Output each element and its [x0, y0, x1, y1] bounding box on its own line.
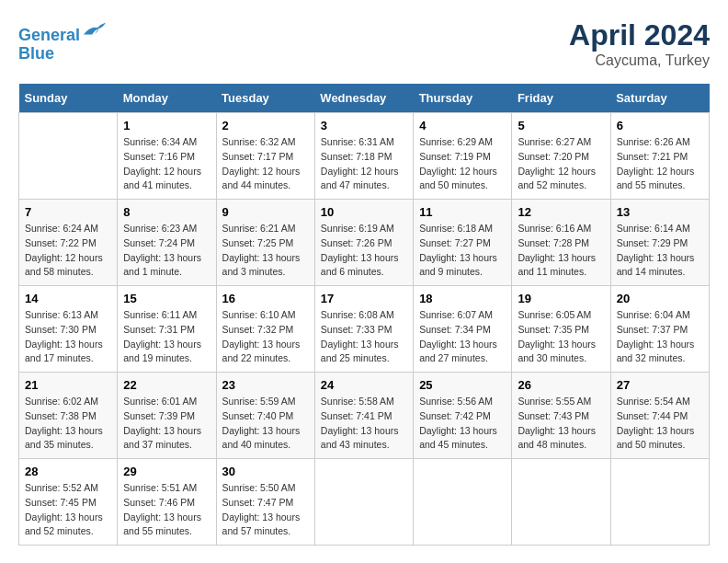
logo: General Blue: [18, 18, 108, 63]
day-info: Sunrise: 6:34 AMSunset: 7:16 PMDaylight:…: [123, 135, 210, 193]
day-number: 24: [321, 378, 407, 392]
day-number: 25: [419, 378, 506, 392]
day-number: 1: [123, 119, 210, 132]
day-number: 18: [419, 292, 506, 305]
day-number: 29: [123, 465, 210, 478]
day-number: 7: [25, 205, 111, 219]
page-subtitle: Caycuma, Turkey: [569, 52, 710, 69]
day-info: Sunrise: 5:55 AMSunset: 7:43 PMDaylight:…: [518, 395, 604, 453]
day-info: Sunrise: 6:07 AMSunset: 7:34 PMDaylight:…: [419, 308, 506, 366]
day-info: Sunrise: 5:54 AMSunset: 7:44 PMDaylight:…: [617, 395, 703, 453]
calendar-cell: 7Sunrise: 6:24 AMSunset: 7:22 PMDaylight…: [19, 200, 118, 286]
day-info: Sunrise: 6:08 AMSunset: 7:33 PMDaylight:…: [321, 308, 407, 366]
header-cell-tuesday: Tuesday: [216, 84, 314, 113]
header-cell-sunday: Sunday: [19, 84, 118, 113]
calendar-cell: 15Sunrise: 6:11 AMSunset: 7:31 PMDayligh…: [118, 286, 216, 373]
day-number: 26: [518, 378, 604, 392]
day-info: Sunrise: 6:16 AMSunset: 7:28 PMDaylight:…: [518, 222, 604, 280]
calendar-cell: 17Sunrise: 6:08 AMSunset: 7:33 PMDayligh…: [314, 286, 413, 373]
day-number: 23: [222, 378, 309, 392]
day-info: Sunrise: 6:26 AMSunset: 7:21 PMDaylight:…: [617, 135, 703, 193]
day-info: Sunrise: 6:29 AMSunset: 7:19 PMDaylight:…: [419, 135, 506, 193]
calendar-cell: 16Sunrise: 6:10 AMSunset: 7:32 PMDayligh…: [216, 286, 314, 373]
header-cell-wednesday: Wednesday: [314, 84, 413, 113]
day-info: Sunrise: 6:05 AMSunset: 7:35 PMDaylight:…: [518, 308, 604, 366]
calendar-cell: 8Sunrise: 6:23 AMSunset: 7:24 PMDaylight…: [118, 200, 216, 286]
calendar-cell: 14Sunrise: 6:13 AMSunset: 7:30 PMDayligh…: [19, 286, 118, 373]
calendar-cell: 26Sunrise: 5:55 AMSunset: 7:43 PMDayligh…: [512, 373, 610, 459]
day-number: 10: [321, 205, 407, 219]
day-number: 17: [321, 292, 407, 305]
header-cell-monday: Monday: [118, 84, 216, 113]
day-number: 11: [419, 205, 506, 219]
day-info: Sunrise: 6:24 AMSunset: 7:22 PMDaylight:…: [25, 222, 111, 280]
day-number: 21: [25, 378, 111, 392]
day-info: Sunrise: 5:51 AMSunset: 7:46 PMDaylight:…: [123, 481, 210, 539]
calendar-cell: 9Sunrise: 6:21 AMSunset: 7:25 PMDaylight…: [216, 200, 314, 286]
day-info: Sunrise: 5:58 AMSunset: 7:41 PMDaylight:…: [321, 395, 407, 453]
calendar-cell: 25Sunrise: 5:56 AMSunset: 7:42 PMDayligh…: [414, 373, 512, 459]
day-number: 27: [617, 378, 703, 392]
calendar-cell: 12Sunrise: 6:16 AMSunset: 7:28 PMDayligh…: [512, 200, 610, 286]
calendar-cell: 27Sunrise: 5:54 AMSunset: 7:44 PMDayligh…: [610, 373, 709, 459]
day-info: Sunrise: 5:52 AMSunset: 7:45 PMDaylight:…: [25, 481, 111, 539]
day-number: 19: [518, 292, 604, 305]
day-info: Sunrise: 5:50 AMSunset: 7:47 PMDaylight:…: [222, 481, 309, 539]
calendar-week-row: 21Sunrise: 6:02 AMSunset: 7:38 PMDayligh…: [19, 373, 710, 459]
day-info: Sunrise: 6:13 AMSunset: 7:30 PMDaylight:…: [25, 308, 111, 366]
calendar-cell: [610, 459, 709, 546]
calendar-cell: 2Sunrise: 6:32 AMSunset: 7:17 PMDaylight…: [216, 113, 314, 200]
calendar-cell: [314, 459, 413, 546]
day-number: 30: [222, 465, 309, 478]
calendar-cell: 11Sunrise: 6:18 AMSunset: 7:27 PMDayligh…: [414, 200, 512, 286]
day-number: 28: [25, 465, 111, 478]
day-number: 3: [321, 119, 407, 132]
calendar-cell: 5Sunrise: 6:27 AMSunset: 7:20 PMDaylight…: [512, 113, 610, 200]
day-number: 14: [25, 292, 111, 305]
calendar-cell: 19Sunrise: 6:05 AMSunset: 7:35 PMDayligh…: [512, 286, 610, 373]
page-title: April 2024: [569, 18, 710, 52]
day-number: 15: [123, 292, 210, 305]
day-number: 13: [617, 205, 703, 219]
day-number: 2: [222, 119, 309, 132]
calendar-week-row: 14Sunrise: 6:13 AMSunset: 7:30 PMDayligh…: [19, 286, 710, 373]
calendar-cell: [19, 113, 118, 200]
logo-text: General Blue: [18, 18, 108, 63]
calendar-cell: 6Sunrise: 6:26 AMSunset: 7:21 PMDaylight…: [610, 113, 709, 200]
day-info: Sunrise: 6:01 AMSunset: 7:39 PMDaylight:…: [123, 395, 210, 453]
calendar-cell: 22Sunrise: 6:01 AMSunset: 7:39 PMDayligh…: [118, 373, 216, 459]
calendar-header-row: SundayMondayTuesdayWednesdayThursdayFrid…: [19, 84, 710, 113]
calendar-cell: [512, 459, 610, 546]
calendar-week-row: 1Sunrise: 6:34 AMSunset: 7:16 PMDaylight…: [19, 113, 710, 200]
day-info: Sunrise: 6:27 AMSunset: 7:20 PMDaylight:…: [518, 135, 604, 193]
calendar-cell: 24Sunrise: 5:58 AMSunset: 7:41 PMDayligh…: [314, 373, 413, 459]
calendar-cell: 20Sunrise: 6:04 AMSunset: 7:37 PMDayligh…: [610, 286, 709, 373]
calendar-body: 1Sunrise: 6:34 AMSunset: 7:16 PMDaylight…: [19, 113, 710, 546]
header-cell-thursday: Thursday: [414, 84, 512, 113]
day-number: 4: [419, 119, 506, 132]
calendar-cell: 29Sunrise: 5:51 AMSunset: 7:46 PMDayligh…: [118, 459, 216, 546]
calendar-week-row: 28Sunrise: 5:52 AMSunset: 7:45 PMDayligh…: [19, 459, 710, 546]
calendar-table: SundayMondayTuesdayWednesdayThursdayFrid…: [18, 84, 710, 546]
day-number: 16: [222, 292, 309, 305]
day-number: 9: [222, 205, 309, 219]
calendar-cell: 30Sunrise: 5:50 AMSunset: 7:47 PMDayligh…: [216, 459, 314, 546]
page-header: General Blue April 2024 Caycuma, Turkey: [18, 18, 710, 69]
day-info: Sunrise: 6:11 AMSunset: 7:31 PMDaylight:…: [123, 308, 210, 366]
day-info: Sunrise: 6:04 AMSunset: 7:37 PMDaylight:…: [617, 308, 703, 366]
day-info: Sunrise: 6:32 AMSunset: 7:17 PMDaylight:…: [222, 135, 309, 193]
logo-bird-icon: [82, 18, 108, 40]
day-info: Sunrise: 6:02 AMSunset: 7:38 PMDaylight:…: [25, 395, 111, 453]
calendar-cell: [414, 459, 512, 546]
calendar-week-row: 7Sunrise: 6:24 AMSunset: 7:22 PMDaylight…: [19, 200, 710, 286]
day-number: 6: [617, 119, 703, 132]
day-info: Sunrise: 6:10 AMSunset: 7:32 PMDaylight:…: [222, 308, 309, 366]
day-info: Sunrise: 6:18 AMSunset: 7:27 PMDaylight:…: [419, 222, 506, 280]
header-cell-saturday: Saturday: [610, 84, 709, 113]
title-block: April 2024 Caycuma, Turkey: [569, 18, 710, 69]
day-info: Sunrise: 5:56 AMSunset: 7:42 PMDaylight:…: [419, 395, 506, 453]
calendar-cell: 21Sunrise: 6:02 AMSunset: 7:38 PMDayligh…: [19, 373, 118, 459]
calendar-cell: 13Sunrise: 6:14 AMSunset: 7:29 PMDayligh…: [610, 200, 709, 286]
calendar-cell: 10Sunrise: 6:19 AMSunset: 7:26 PMDayligh…: [314, 200, 413, 286]
header-cell-friday: Friday: [512, 84, 610, 113]
